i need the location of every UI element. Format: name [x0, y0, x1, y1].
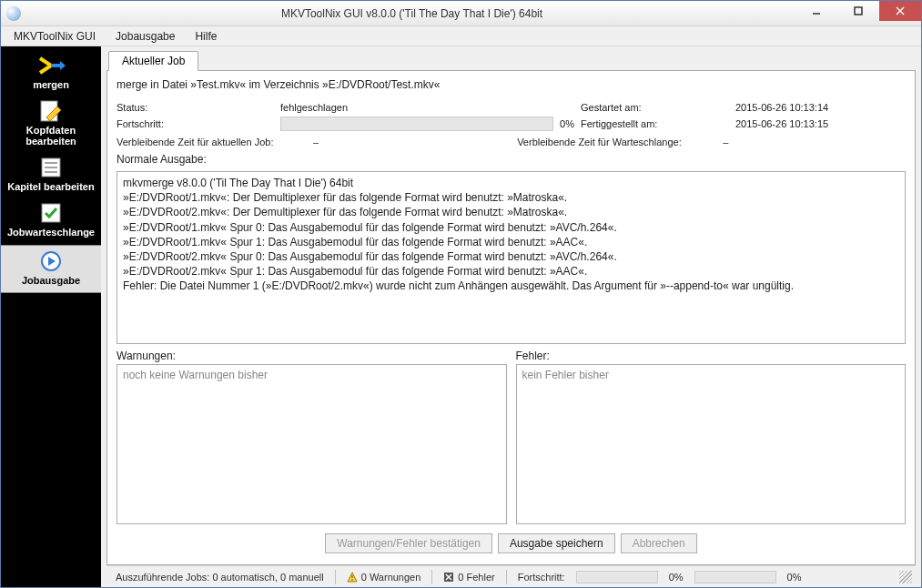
sidebar-item-label: Jobausgabe	[22, 275, 80, 286]
app-window: MKVToolNix GUI v8.0.0 ('Til The Day That…	[0, 0, 922, 588]
content: merge in Datei »Test.mkv« im Verzeichnis…	[106, 70, 916, 565]
finished-label: Fertiggestellt am:	[581, 118, 735, 129]
status-value: fehlgeschlagen	[280, 102, 553, 113]
remaining-queue-value: –	[723, 137, 728, 147]
body: mergen Kopfdaten bearbeiten Kapitel bear…	[1, 46, 921, 587]
warnings-box[interactable]: noch keine Warnungen bisher	[117, 364, 507, 524]
svg-rect-1	[855, 7, 862, 15]
tab-row: Aktueller Job	[108, 50, 916, 70]
ack-button[interactable]: Warnungen/Fehler bestätigen	[325, 533, 492, 553]
maximize-button[interactable]	[837, 1, 879, 21]
merge-icon	[36, 54, 66, 77]
edit-headers-icon	[36, 99, 66, 123]
sidebar-item-headers[interactable]: Kopfdaten bearbeiten	[1, 96, 101, 152]
status-progress-2-value: 0%	[782, 572, 807, 583]
tab-current-job[interactable]: Aktueller Job	[108, 51, 198, 71]
status-progress-1-value: 0%	[664, 572, 689, 583]
main: Aktueller Job merge in Datei »Test.mkv« …	[101, 46, 921, 587]
job-description: merge in Datei »Test.mkv« im Verzeichnis…	[117, 78, 906, 91]
started-label: Gestartet am:	[581, 102, 735, 113]
output-icon	[36, 249, 66, 273]
started-value: 2015-06-26 10:13:14	[735, 102, 899, 113]
errors-label: Fehler:	[516, 350, 907, 362]
warning-icon	[347, 572, 358, 583]
progress-label: Fortschritt:	[117, 118, 280, 129]
menu-app[interactable]: MKVToolNix GUI	[5, 28, 105, 45]
status-label: Status:	[117, 102, 280, 113]
finished-value: 2015-06-26 10:13:15	[735, 118, 899, 129]
sidebar-item-label: Jobwarteschlange	[7, 227, 95, 238]
sidebar-item-label: Kapitel bearbeiten	[7, 181, 94, 192]
progress-bar	[280, 117, 553, 131]
status-progress-label: Fortschritt:	[512, 572, 571, 583]
normal-output-label: Normale Ausgabe:	[117, 153, 906, 166]
window-title: MKVToolNix GUI v8.0.0 ('Til The Day That…	[28, 7, 795, 20]
errors-box[interactable]: kein Fehler bisher	[516, 364, 907, 524]
status-jobs: Auszuführende Jobs: 0 automatisch, 0 man…	[110, 572, 329, 583]
info-grid: Status: fehlgeschlagen Gestartet am: 201…	[117, 102, 906, 131]
warnings-label: Warnungen:	[117, 350, 507, 362]
error-icon	[443, 572, 454, 583]
sidebar-item-chapters[interactable]: Kapitel bearbeiten	[1, 152, 101, 198]
app-icon	[6, 6, 21, 21]
svg-point-15	[351, 579, 353, 581]
sidebar-item-output[interactable]: Jobausgabe	[1, 245, 101, 292]
progress-value: 0%	[553, 118, 581, 129]
status-progress-2	[694, 571, 776, 583]
status-warnings: 0 Warnungen	[341, 572, 427, 583]
queue-icon	[36, 201, 66, 225]
window-controls	[795, 1, 921, 25]
menu-help[interactable]: Hilfe	[186, 28, 226, 45]
resize-grip-icon[interactable]	[899, 571, 912, 583]
status-errors: 0 Fehler	[438, 572, 500, 583]
titlebar: MKVToolNix GUI v8.0.0 ('Til The Day That…	[1, 1, 921, 26]
status-progress-1	[576, 571, 658, 583]
remaining-job-value: –	[313, 137, 319, 147]
sidebar-item-queue[interactable]: Jobwarteschlange	[1, 198, 101, 243]
chapters-icon	[36, 156, 66, 179]
sidebar-item-label: Kopfdaten bearbeiten	[3, 125, 99, 147]
save-output-button[interactable]: Ausgabe speichern	[498, 533, 615, 553]
remaining-job-label: Verbleibende Zeit für aktuellen Job:	[117, 137, 308, 147]
abort-button[interactable]: Abbrechen	[621, 533, 697, 553]
svg-marker-4	[60, 61, 66, 70]
button-row: Warnungen/Fehler bestätigen Ausgabe spei…	[117, 530, 906, 557]
normal-output-box[interactable]: mkvmerge v8.0.0 ('Til The Day That I Die…	[117, 171, 906, 344]
sidebar: mergen Kopfdaten bearbeiten Kapitel bear…	[1, 46, 101, 587]
remaining-queue-label: Verbleibende Zeit für Warteschlange:	[517, 137, 717, 147]
minimize-button[interactable]	[795, 1, 837, 21]
menubar: MKVToolNix GUI Jobausgabe Hilfe	[1, 26, 921, 46]
statusbar: Auszuführende Jobs: 0 automatisch, 0 man…	[106, 565, 916, 587]
close-button[interactable]	[879, 1, 921, 21]
sidebar-item-merge[interactable]: mergen	[1, 50, 101, 96]
warn-error-row: Warnungen: noch keine Warnungen bisher F…	[117, 350, 906, 524]
sidebar-item-label: mergen	[33, 79, 69, 90]
menu-job-output[interactable]: Jobausgabe	[106, 28, 184, 45]
remaining-row: Verbleibende Zeit für aktuellen Job: – V…	[117, 137, 906, 147]
